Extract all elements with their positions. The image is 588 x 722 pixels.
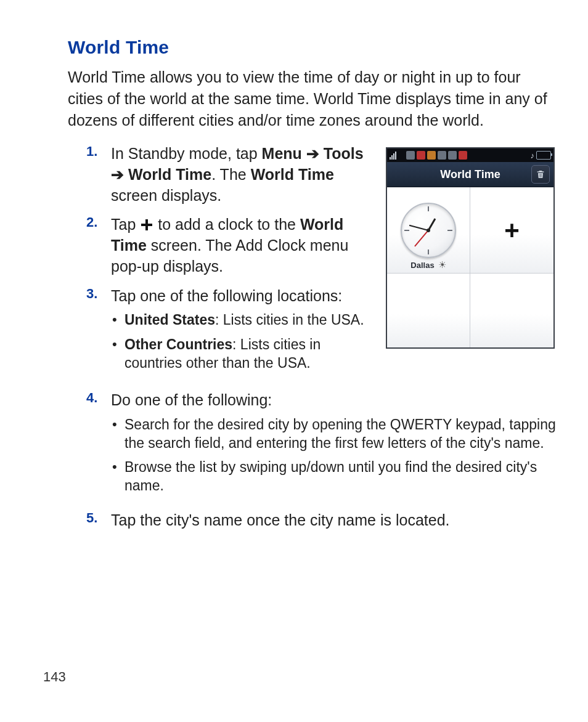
phone-screenshot: ♪ World Time [386,147,557,387]
text: Tap [111,216,140,233]
step-4: 4. Do one of the following: Search for t… [86,390,557,501]
step-5: 5. Tap the city's name once the city nam… [86,510,557,531]
screen-title: World Time [440,168,500,181]
text: to add a clock to the [153,216,300,233]
status-icon [427,151,436,160]
step-body: Do one of the following: Search for the … [111,390,557,501]
world-time-label: World Time [128,166,211,183]
section-heading: World Time [68,37,557,58]
status-icon [459,151,467,160]
text: In Standby mode, tap [111,145,262,162]
text: . The [211,166,250,183]
status-icon [406,151,415,160]
status-icon [438,151,446,160]
step-body: Tap one of the following locations: Unit… [111,286,375,379]
intro-paragraph: World Time allows you to view the time o… [68,67,557,131]
clock-cell-1[interactable]: Dallas ☀ [387,187,470,274]
step-body: Tap to add a clock to the World Time scr… [111,214,375,277]
step-number: 1. [86,144,111,206]
battery-icon [536,151,551,160]
page-number: 143 [43,669,66,685]
clock-cell-add[interactable]: + [470,187,553,274]
step-body: Tap the city's name once the city name i… [111,510,557,531]
city-name: Dallas [410,261,434,270]
status-bar: ♪ [387,148,553,162]
step-3: 3. Tap one of the following locations: U… [86,286,375,379]
bullet-us: United States: Lists cities in the USA. [111,311,375,330]
step-number: 5. [86,510,111,531]
text: Tap one of the following locations: [111,287,342,304]
step-1: 1. In Standby mode, tap Menu ➔ Tools ➔ W… [86,144,375,206]
text: Do one of the following: [111,391,272,408]
status-icon [417,151,425,160]
arrow-icon: ➔ [111,166,124,183]
screen-titlebar: World Time [387,162,553,187]
tools-label: Tools [324,145,364,162]
bullet-other: Other Countries: Lists cities in countri… [111,336,375,373]
clock-cell-empty[interactable] [470,274,553,347]
world-time-label: World Time [251,166,334,183]
text: screen displays. [111,187,221,204]
step-number: 3. [86,286,111,379]
signal-icon [390,152,396,160]
clock-cell-empty[interactable] [387,274,470,347]
bullet-browse: Browse the list by swiping up/down until… [111,458,557,495]
step-2: 2. Tap to add a clock to the World Time … [86,214,375,277]
step-number: 2. [86,214,111,277]
status-icon [448,151,457,160]
step-number: 4. [86,390,111,501]
text: : Lists cities in the USA. [215,312,364,328]
label: Other Countries [125,336,232,352]
plus-icon [140,218,153,232]
trash-icon [536,169,545,179]
arrow-icon: ➔ [306,145,319,162]
delete-button[interactable] [531,165,550,184]
music-icon: ♪ [531,151,535,160]
text: screen. The Add Clock menu pop-up displa… [111,237,348,275]
label: United States [125,312,215,328]
menu-label: Menu [262,145,302,162]
bullet-search: Search for the desired city by opening t… [111,416,557,453]
analog-clock [401,203,456,258]
sun-icon: ☀ [438,259,446,270]
step-body: In Standby mode, tap Menu ➔ Tools ➔ Worl… [111,144,375,206]
svg-rect-1 [141,224,152,226]
plus-icon: + [504,217,520,243]
